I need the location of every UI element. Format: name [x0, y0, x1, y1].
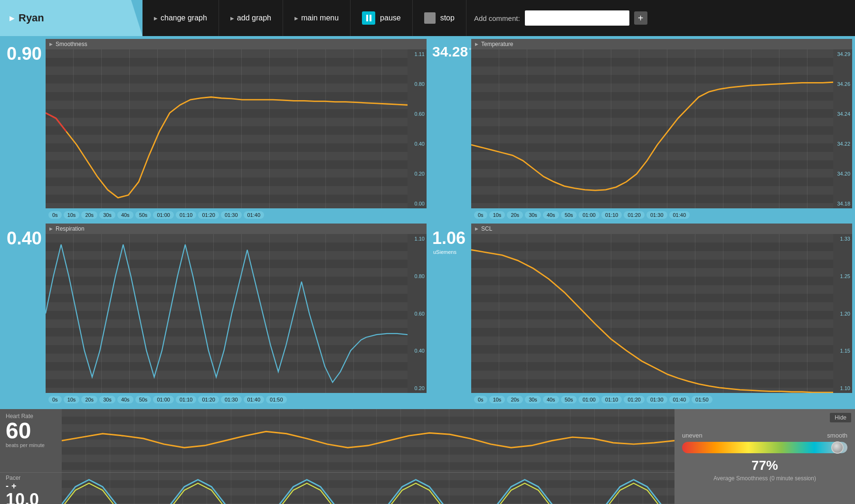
scl-header: ▶ SCL: [471, 224, 852, 234]
main-content: 0.90 ▶ Smoothness: [0, 36, 855, 409]
graphs-row-bottom: 0.40 ▶ Respiration 1.10 0.: [3, 224, 852, 406]
smoothness-knob[interactable]: [831, 441, 844, 454]
respiration-header: ▶ Respiration: [46, 224, 427, 234]
bottom-panel: Heart Rate 60 beats per minute Pacer - +…: [0, 409, 855, 504]
scl-chart-area: [471, 234, 833, 393]
user-name: Ryan: [19, 12, 44, 24]
pause-icon: [362, 11, 375, 25]
smoothness-value: 0.90: [3, 39, 46, 222]
smoothness-header: ▶ Smoothness: [46, 39, 427, 49]
smoothness-labels: uneven smooth: [682, 432, 847, 439]
main-menu-label: main menu: [301, 14, 339, 22]
scl-chart-container: ▶ SCL 1.33 1.25 1.20 1.15: [471, 224, 852, 406]
pacer-value-box: Pacer - + 10.0 seconds per breath: [0, 473, 62, 504]
change-graph-button[interactable]: ▶ change graph: [142, 0, 219, 36]
smoothness-bar: [682, 442, 847, 453]
scl-scale: 1.33 1.25 1.20 1.15 1.10: [833, 234, 852, 393]
temperature-value: 34.28 °C: [428, 39, 471, 222]
pause-button[interactable]: pause: [351, 0, 413, 36]
smoothness-chart-container: ▶ Smoothness 1.11 0.80: [46, 39, 427, 222]
smoothness-label-left: uneven: [682, 432, 703, 439]
respiration-panel: 0.40 ▶ Respiration 1.10 0.: [3, 224, 427, 406]
comment-area: Add comment: +: [466, 0, 655, 36]
respiration-chart-container: ▶ Respiration 1.10 0.80 0.60 0.40: [46, 224, 427, 406]
smoothness-label-right: smooth: [827, 432, 847, 439]
temperature-chart-area: [471, 49, 833, 208]
top-bar: ▶ Ryan ▶ change graph ▶ add graph ▶ main…: [0, 0, 855, 36]
temperature-scale: 34.29 34.26 34.24 34.22 34.20 34.18: [833, 49, 852, 208]
pacer-section: Pacer - + 10.0 seconds per breath: [0, 473, 674, 504]
heart-rate-chart: [62, 409, 674, 472]
pacer-chart: [62, 473, 674, 504]
smoothness-chart-area: [46, 49, 408, 208]
bottom-left: Heart Rate 60 beats per minute Pacer - +…: [0, 409, 674, 504]
heart-rate-value-box: Heart Rate 60 beats per minute: [0, 409, 62, 472]
add-graph-label: add graph: [237, 14, 271, 22]
arrow-icon: ▶: [154, 16, 158, 21]
smoothness-percent: 77%: [751, 458, 778, 473]
nav-buttons: ▶ change graph ▶ add graph ▶ main menu p…: [142, 0, 855, 36]
pacer-label: Pacer: [6, 475, 20, 481]
smoothness-panel: Hide uneven smooth 77% Average Smoothnes…: [674, 409, 855, 504]
stop-icon: [424, 12, 436, 24]
respiration-scale: 1.10 0.80 0.60 0.40 0.20: [408, 234, 427, 393]
scl-timeline: 0s 10s 20s 30s 40s 50s 01:00 01:10 01:20…: [471, 393, 852, 406]
add-comment-button[interactable]: +: [634, 11, 647, 25]
comment-input[interactable]: [525, 10, 629, 26]
smoothness-panel: 0.90 ▶ Smoothness: [3, 39, 427, 222]
respiration-chart-area: [46, 234, 408, 393]
smoothness-description: Average Smoothness (0 minute session): [713, 475, 816, 482]
main-menu-button[interactable]: ▶ main menu: [283, 0, 351, 36]
arrow-icon: ▶: [230, 16, 234, 21]
respiration-value: 0.40: [3, 224, 46, 406]
temperature-panel: 34.28 °C ▶ Temperature 34.29: [428, 39, 852, 222]
stop-button[interactable]: stop: [413, 0, 466, 36]
play-icon: ▶: [10, 14, 15, 22]
smoothness-timeline: 0s 10s 20s 30s 40s 50s 01:00 01:10 01:20…: [46, 208, 427, 222]
smoothness-scale: 1.11 0.80 0.60 0.40 0.20 0.00: [408, 49, 427, 208]
heart-rate-value: 60: [6, 420, 31, 442]
heart-rate-unit: beats per minute: [6, 442, 45, 448]
change-graph-label: change graph: [161, 14, 207, 22]
graphs-row-top: 0.90 ▶ Smoothness: [3, 39, 852, 222]
temperature-timeline: 0s 10s 20s 30s 40s 50s 01:00 01:10 01:20…: [471, 208, 852, 222]
hide-button[interactable]: Hide: [830, 413, 851, 422]
stop-label: stop: [440, 14, 455, 22]
temperature-chart-container: ▶ Temperature 34.29 34.26 34.24 34.: [471, 39, 852, 222]
add-graph-button[interactable]: ▶ add graph: [219, 0, 283, 36]
heart-rate-section: Heart Rate 60 beats per minute: [0, 409, 674, 473]
scl-panel: 1.06 uSiemens ▶ SCL 1.33: [428, 224, 852, 406]
pacer-value: 10.0: [6, 491, 39, 504]
temperature-header: ▶ Temperature: [471, 39, 852, 49]
respiration-timeline: 0s 10s 20s 30s 40s 50s 01:00 01:10 01:20…: [46, 393, 427, 406]
arrow-icon: ▶: [294, 16, 298, 21]
add-comment-label: Add comment:: [474, 14, 520, 22]
user-tab: ▶ Ryan: [0, 0, 142, 36]
pause-label: pause: [380, 14, 401, 22]
scl-value: 1.06 uSiemens: [428, 224, 471, 406]
